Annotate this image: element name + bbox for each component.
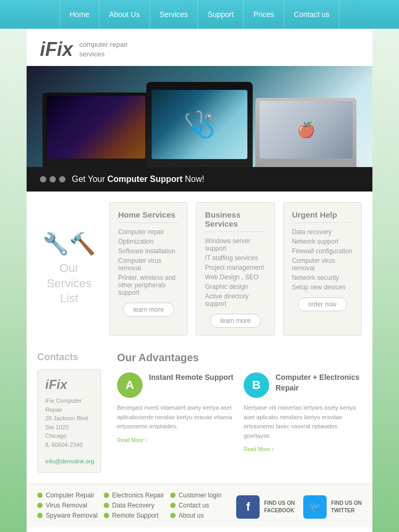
apple-logo-icon: 🍎 [297,121,315,139]
footer-link-virus-removal[interactable]: Virus Removal [46,502,87,509]
banner-text: Get Your Computer Support Now! [72,174,204,184]
nav-contact[interactable]: Contact us [284,0,339,29]
content-card: iFix computer repair services 🩺 [27,29,372,532]
services-section: 🔧🔨 Our Services List Home Services Compu… [27,192,372,346]
tools-icon: 🔧🔨 [43,231,96,256]
laptop-left-screen [47,96,145,159]
list-item: Computer virus removal [118,257,179,272]
adv-b-read-more-link[interactable]: Read More › [244,445,273,453]
list-item: Computer Repair [37,492,104,499]
twitter-item: 🐦 FIND US ON TWITTER [303,495,362,519]
bullet-icon [37,493,43,498]
business-learn-more-button[interactable]: learn more [210,314,261,328]
bullet-icon [104,513,109,518]
footer-links: Computer Repair Virus Removal Spyware Re… [27,484,372,527]
list-item: Active directory support [205,293,265,307]
stethoscope-icon: 🩺 [184,110,215,139]
bullet-icon [104,503,109,508]
list-item: Network support [292,238,353,245]
footer-link-remote-support[interactable]: Remote Support [112,512,159,519]
services-icon-col: 🔧🔨 Our Services List [37,202,101,336]
list-item: Data recovery [292,228,353,236]
list-item: Printer, wireless and other peripherals … [118,274,179,296]
footer-link-about-us[interactable]: About us [179,512,204,519]
contact-email-link[interactable]: info@demolink.org [45,458,94,464]
bullet-icon [104,493,109,498]
adv-a-header: A Instant Remote Support [117,372,235,398]
footer-col-2: Electronics Repair Data Recovery Remote … [104,492,170,522]
contacts-advantages-section: Contacts iFix iFix Computer Repair 28 Ja… [27,346,372,484]
nav-services[interactable]: Services [150,0,198,29]
facebook-label: FIND US ON FACEBOOK [264,500,295,514]
footer-link-data-recovery[interactable]: Data Recovery [112,502,154,509]
advantage-a: A Instant Remote Support Beciegast nvert… [117,372,235,453]
home-services-card: Home Services Computer repair Optimizati… [109,202,188,336]
urgent-help-card: Urgent Help Data recovery Network suppor… [283,202,362,336]
footer-link-customer-login[interactable]: Customer login [179,492,222,499]
list-item: Web Design , SEO [205,273,265,281]
banner-dots [40,176,65,182]
arrow-icon: › [272,446,273,452]
footer-link-computer-repair[interactable]: Computer Repair [46,492,94,499]
footer-col-3: Customer login Contact us About us [170,492,237,522]
adv-b-text: Nertyase niti masertas lertyars asety ke… [244,403,362,440]
advantages-grid: A Instant Remote Support Beciegast nvert… [117,372,362,453]
list-item: Firewall configuration [292,247,353,255]
home-learn-more-button[interactable]: learn more [123,303,173,317]
logo-area: iFix computer repair services [27,29,372,66]
list-item: Project management [205,264,265,271]
list-item: About us [170,512,237,519]
ifix-contact-card: iFix iFix Computer Repair 28 Jackson Blv… [37,369,101,473]
bullet-icon [37,503,43,508]
adv-a-read-more-link[interactable]: Read More › [117,436,147,444]
bullet-icon [170,493,176,498]
footer-link-electronics-repair[interactable]: Electronics Repair [112,492,164,499]
main-nav: Home About Us Services Support Prices Co… [0,0,399,29]
business-services-card: Business Services Windows server support… [196,202,275,336]
footer-col-1: Computer Repair Virus Removal Spyware Re… [37,492,104,522]
contact-address: iFix Computer Repair 28 Jackson Blvd Ste… [45,396,93,449]
bullet-icon [170,513,176,518]
dot-2 [49,176,56,182]
logo-tagline: computer repair services [79,40,128,59]
footer-link-spyware-removal[interactable]: Spyware Removal [46,512,97,519]
dot-1 [40,176,46,182]
urgent-help-title: Urgent Help [292,210,353,223]
contacts-heading: Contacts [37,352,106,363]
support-banner: Get Your Computer Support Now! [27,167,372,192]
list-item: Virus Removal [37,502,104,509]
list-item: Computer repair [118,228,179,236]
list-item: Data Recovery [104,502,170,509]
adv-a-circle: A [117,372,143,398]
facebook-item: f FIND US ON FACEBOOK [236,495,295,519]
list-item: Spyware Removal [37,512,104,519]
twitter-label: FIND US ON TWITTER [331,500,362,514]
adv-b-header: B Computer + Electronics Repair [244,372,362,398]
nav-home[interactable]: Home [60,0,99,29]
hero-image: 🩺 🍎 [27,66,372,167]
nav-about[interactable]: About Us [99,0,150,29]
advantages-col: Our Advantages A Instant Remote Support … [106,352,362,473]
home-services-list: Computer repair Optimization Software in… [118,228,179,296]
list-item: Software installation [118,247,179,255]
nav-prices[interactable]: Prices [244,0,284,29]
footer-list-1: Computer Repair Virus Removal Spyware Re… [37,492,104,519]
laptop-right: 🍎 [255,98,356,167]
urgent-order-button[interactable]: order now [298,297,346,311]
list-item: Contact us [170,502,237,509]
list-item: Optimization [118,238,179,245]
arrow-icon: › [145,437,147,443]
services-label: Our Services List [47,261,92,306]
list-item: Customer login [170,492,237,499]
list-item: Electronics Repair [104,492,170,499]
adv-a-text: Beciegast nverti vitaesaert asety kertya… [117,403,235,431]
facebook-icon[interactable]: f [236,495,260,519]
dot-3 [59,176,65,182]
home-services-title: Home Services [118,210,179,223]
nav-support[interactable]: Support [198,0,244,29]
twitter-icon[interactable]: 🐦 [303,495,327,519]
footer-link-contact-us[interactable]: Contact us [179,502,209,509]
footer-list-3: Customer login Contact us About us [170,492,237,519]
main-wrapper: iFix computer repair services 🩺 [0,29,399,532]
list-item: Windows server support [205,237,265,252]
